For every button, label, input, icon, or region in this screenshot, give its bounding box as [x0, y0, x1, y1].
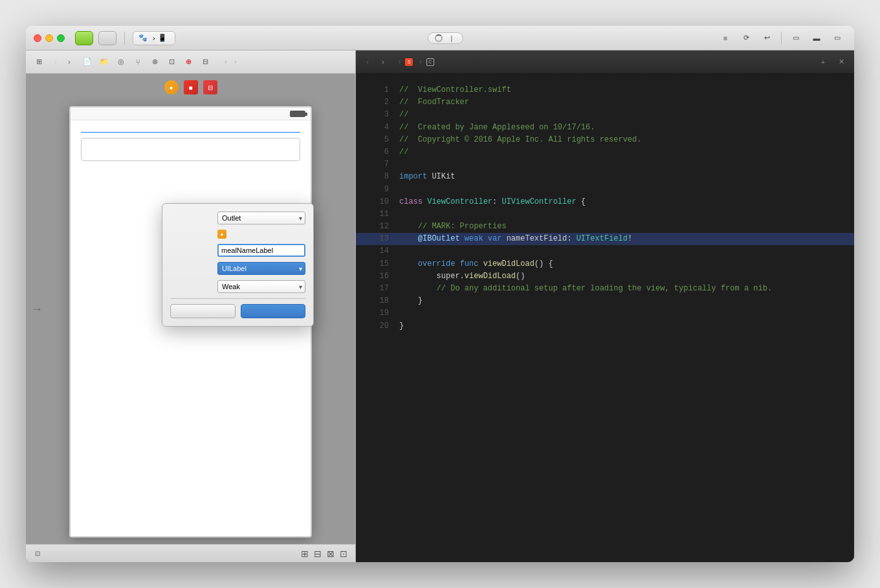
code-line-14: 14: [356, 245, 854, 257]
code-line-7: 7: [356, 158, 854, 171]
ebc-swift-file[interactable]: S: [403, 57, 417, 67]
ib-branch-button[interactable]: ⑂: [130, 54, 146, 70]
panel-center-icon: ▬: [813, 34, 820, 42]
editor-nav-forward[interactable]: ›: [377, 54, 390, 70]
ib-panel: ⊞ ‹ › 📄 📁 ◎ ⑂ ⊗ ⊡ ⊕ ⊟: [26, 50, 356, 562]
battery-icon: [290, 111, 305, 117]
ib-toolbar: ⊞ ‹ › 📄 📁 ◎ ⑂ ⊗ ⊡ ⊕ ⊟: [26, 50, 355, 74]
separator-bar: |: [450, 34, 452, 42]
back-icon: ↩: [764, 34, 770, 42]
code-line-11: 11: [356, 208, 854, 221]
name-input[interactable]: [217, 244, 305, 257]
panel-left-button[interactable]: ▭: [787, 31, 805, 45]
hamburger-button[interactable]: ≡: [716, 31, 734, 45]
dialog-buttons: [170, 304, 305, 318]
ib-breadcrumb: › ›: [218, 58, 243, 65]
ib-record-button[interactable]: ⊕: [181, 54, 196, 70]
object-row: ●: [170, 230, 305, 239]
code-line-17: 17 // Do any additional setup after load…: [356, 283, 854, 295]
editor-act-plus[interactable]: +: [815, 54, 831, 70]
editor-close[interactable]: ✕: [833, 54, 849, 70]
scheme-icon: 🐾: [138, 34, 148, 42]
panel-center-button[interactable]: ▬: [808, 31, 826, 45]
zoom-fit-button[interactable]: ⊞: [300, 549, 310, 559]
ib-layout-button[interactable]: ⊡: [164, 54, 179, 70]
editor-nav-back[interactable]: ‹: [361, 54, 374, 70]
ib-doc-button[interactable]: 📄: [80, 54, 95, 70]
swift-file-icon: S: [405, 58, 413, 66]
code-line-3: 3 //: [356, 109, 854, 121]
circle-orange-icon[interactable]: ●: [164, 80, 179, 94]
code-line-8: 8 import UIKit: [356, 171, 854, 183]
scheme-selector[interactable]: 🐾 › 📱: [133, 31, 175, 45]
connection-row: Outlet: [170, 212, 305, 224]
iphone-content: [71, 120, 311, 177]
nav-back-button[interactable]: ‹: [49, 54, 62, 70]
meal-text-field[interactable]: [81, 138, 300, 161]
storage-select[interactable]: Weak: [217, 280, 305, 293]
layout-icon[interactable]: ⊟: [203, 80, 217, 94]
code-line-13: 13 @IBOutlet weak var nameTextField: UIT…: [356, 233, 854, 245]
panel-right-button[interactable]: ▭: [828, 31, 846, 45]
zoom-device-button[interactable]: ⊠: [325, 549, 336, 559]
storage-row: Weak: [170, 280, 305, 293]
separator: [124, 32, 125, 45]
cube-icon[interactable]: ■: [184, 80, 198, 94]
zoom-out-button[interactable]: [271, 549, 281, 559]
maximize-button[interactable]: [57, 34, 65, 42]
dialog-divider: [170, 298, 305, 299]
ib-grid-button[interactable]: ⊞: [31, 54, 47, 70]
titlebar: 🐾 › 📱 | ≡ ⟳ ↩: [26, 26, 854, 50]
ib-warn-button[interactable]: ⊗: [147, 54, 162, 70]
view-as-icon[interactable]: ⊡: [32, 549, 43, 559]
object-value: ●: [217, 230, 305, 239]
ib-history-button[interactable]: ◎: [113, 54, 129, 70]
ib-bottom-bar: ⊡ ⊞ ⊟ ⊠ ⊡: [26, 544, 355, 562]
zoom-in-button[interactable]: [287, 549, 297, 559]
meal-name-label: [81, 131, 300, 133]
back-button[interactable]: ↩: [758, 31, 776, 45]
type-select-wrapper: UILabel: [217, 262, 305, 275]
close-button[interactable]: [34, 34, 41, 42]
code-line-2: 2 // FoodTracker: [356, 96, 854, 109]
ebc-class[interactable]: C: [424, 57, 438, 67]
type-select[interactable]: UILabel: [217, 262, 305, 275]
cancel-button[interactable]: [170, 304, 236, 318]
type-row: UILabel: [170, 262, 305, 275]
panel-left-icon: ▭: [793, 34, 799, 42]
code-line-16: 16 super.viewDidLoad(): [356, 270, 854, 283]
ib-folder-button[interactable]: 📁: [96, 54, 112, 70]
ebc-manual[interactable]: [392, 61, 396, 63]
zoom-extra-button[interactable]: ⊡: [338, 549, 349, 559]
bc-sep1: ›: [225, 58, 226, 65]
editor-actions: + ✕: [815, 54, 849, 70]
bc-l[interactable]: [228, 61, 233, 63]
connection-dialog: Outlet ●: [162, 203, 314, 327]
play-button[interactable]: [75, 31, 93, 45]
stop-button[interactable]: [98, 31, 116, 45]
ib-nav-buttons: ‹ ›: [49, 54, 76, 70]
spinner-icon: [435, 34, 443, 42]
connection-select[interactable]: Outlet: [217, 212, 305, 224]
nav-forward-button[interactable]: ›: [63, 54, 76, 70]
storage-select-wrapper: Weak: [217, 280, 305, 293]
code-line-15: 15 override func viewDidLoad() {: [356, 258, 854, 270]
bc-mealname[interactable]: [238, 61, 243, 63]
code-area[interactable]: 1 // ViewController.swift 2 // FoodTrack…: [356, 74, 854, 562]
connect-button[interactable]: [241, 304, 306, 318]
code-line-4: 4 // Created by Jane Appleseed on 10/17/…: [356, 122, 854, 134]
minimize-button[interactable]: [45, 34, 53, 42]
device-icon: 📱: [158, 34, 167, 42]
ib-canvas: ● ■ ⊟ →: [26, 74, 355, 544]
ib-seg-button[interactable]: ⊟: [197, 54, 213, 70]
code-line-5: 5 // Copyright © 2016 Apple Inc. All rig…: [356, 134, 854, 146]
refresh-button[interactable]: ⟳: [737, 31, 755, 45]
indexing-pill: |: [428, 32, 463, 44]
ebc-sep1: ›: [399, 58, 401, 65]
status-bar: [71, 107, 311, 120]
bc-stackview[interactable]: [218, 61, 223, 63]
connection-select-wrapper: Outlet: [217, 212, 305, 224]
code-line-19: 19: [356, 307, 854, 320]
zoom-grid-button[interactable]: ⊟: [313, 549, 323, 559]
grid-icon: ⊞: [36, 58, 42, 66]
